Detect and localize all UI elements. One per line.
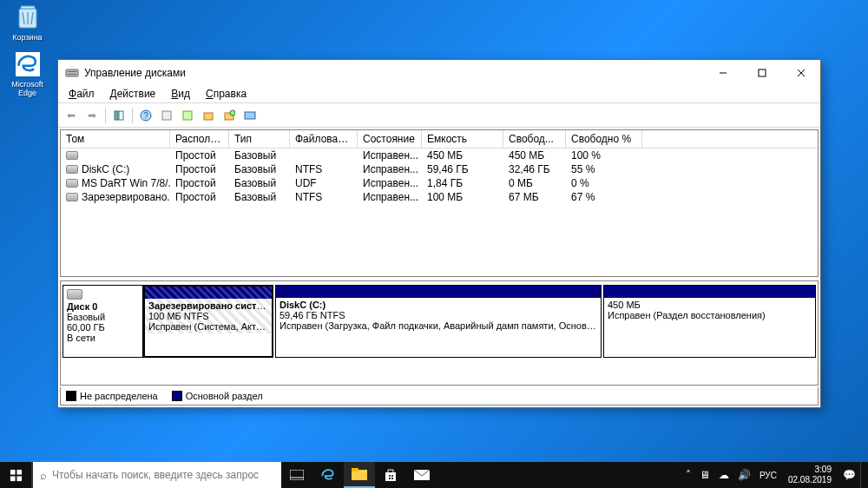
taskbar-search[interactable]: ⌕ Чтобы начать поиск, введите здесь запр…: [31, 462, 281, 488]
volume-row[interactable]: DiskC (C:)ПростойБазовыйNTFSИсправен...5…: [61, 162, 818, 176]
svg-rect-29: [389, 475, 391, 477]
action-center-icon[interactable]: 💬: [838, 469, 860, 481]
toolbar-btn-1[interactable]: [109, 106, 128, 125]
close-button[interactable]: [781, 60, 820, 86]
col-fs[interactable]: Файловая с...: [290, 130, 358, 148]
edge-shortcut[interactable]: MicrosoftEdge: [3, 50, 51, 97]
toolbar-btn-7[interactable]: [240, 106, 260, 125]
toolbar-btn-4[interactable]: [178, 106, 197, 125]
svg-point-18: [230, 110, 235, 115]
legend-primary-swatch: [172, 391, 182, 401]
search-placeholder: Чтобы начать поиск, введите здесь запрос: [52, 469, 259, 481]
svg-rect-21: [16, 469, 22, 474]
partition[interactable]: 450 МБИсправен (Раздел восстановления): [603, 285, 816, 358]
svg-rect-24: [290, 470, 304, 480]
col-capacity[interactable]: Емкость: [422, 130, 503, 148]
svg-text:?: ?: [143, 111, 148, 121]
tray-clock[interactable]: 3:09 02.08.2019: [781, 465, 838, 485]
svg-rect-27: [352, 468, 358, 472]
tray-chevron-icon[interactable]: ˄: [681, 469, 695, 481]
maximize-button[interactable]: [742, 60, 781, 86]
show-desktop-button[interactable]: [860, 462, 865, 488]
disk-icon: [67, 289, 82, 300]
svg-rect-22: [10, 476, 15, 481]
disk-0-label[interactable]: Диск 0 Базовый 60,00 ГБ В сети: [62, 285, 143, 358]
volume-row[interactable]: ПростойБазовыйИсправен...450 МБ450 МБ100…: [61, 148, 818, 162]
volume-icon: [66, 151, 78, 160]
volume-row[interactable]: Зарезервировано...ПростойБазовыйNTFSИспр…: [61, 190, 818, 204]
svg-rect-5: [68, 74, 76, 75]
taskbar-mail[interactable]: [406, 462, 437, 488]
recycle-bin[interactable]: Корзина: [3, 3, 51, 42]
svg-rect-3: [66, 69, 78, 76]
col-type[interactable]: Тип: [229, 130, 290, 148]
menubar: Файл Действие Вид Справка: [58, 86, 820, 103]
menu-file[interactable]: Файл: [63, 86, 100, 102]
col-status[interactable]: Состояние: [358, 130, 422, 148]
tray-volume-icon[interactable]: 🔊: [733, 469, 755, 481]
edge-label: MicrosoftEdge: [3, 80, 51, 97]
legend: Не распределена Основной раздел: [60, 387, 819, 406]
taskbar: ⌕ Чтобы начать поиск, введите здесь запр…: [0, 462, 868, 488]
svg-rect-31: [389, 478, 391, 479]
system-tray: ˄ 🖥 ☁ 🔊 РУС 3:09 02.08.2019 💬: [681, 462, 868, 488]
svg-rect-16: [204, 113, 213, 120]
col-volume[interactable]: Том: [61, 130, 170, 148]
svg-rect-11: [119, 111, 123, 120]
menu-help[interactable]: Справка: [201, 86, 252, 102]
partition[interactable]: Зарезервировано системой100 МБ NTFSИспра…: [143, 285, 273, 358]
back-button[interactable]: ⬅: [62, 106, 81, 125]
svg-rect-4: [68, 71, 76, 72]
legend-unallocated-swatch: [66, 391, 76, 401]
svg-rect-7: [759, 69, 766, 76]
menu-view[interactable]: Вид: [166, 86, 195, 102]
col-free[interactable]: Свобод...: [503, 130, 566, 148]
volume-row[interactable]: MS DaRT Win 7/8/...ПростойБазовыйUDFИспр…: [61, 176, 818, 190]
recycle-bin-label: Корзина: [3, 33, 51, 42]
col-freepct[interactable]: Свободно %: [566, 130, 642, 148]
toolbar: ⬅ ➡ ?: [58, 103, 820, 128]
help-button[interactable]: ?: [136, 106, 155, 125]
tray-network-icon[interactable]: 🖥: [695, 469, 714, 481]
disk-management-window: Управление дисками Файл Действие Вид Спр…: [57, 59, 821, 408]
tray-onedrive-icon[interactable]: ☁: [714, 469, 733, 481]
volume-header: Том Располо... Тип Файловая с... Состоян…: [61, 130, 818, 148]
svg-rect-30: [391, 475, 393, 477]
volume-list[interactable]: Том Располо... Тип Файловая с... Состоян…: [60, 129, 819, 277]
svg-rect-1: [21, 6, 35, 9]
svg-rect-14: [162, 111, 171, 120]
svg-rect-23: [16, 476, 22, 481]
taskbar-explorer[interactable]: [344, 462, 375, 488]
refresh-button[interactable]: [157, 106, 176, 125]
taskbar-store[interactable]: [375, 462, 406, 488]
menu-action[interactable]: Действие: [105, 86, 161, 102]
search-icon: ⌕: [40, 469, 47, 482]
app-icon: [65, 66, 79, 80]
titlebar[interactable]: Управление дисками: [58, 60, 820, 86]
window-title: Управление дисками: [84, 67, 703, 79]
svg-rect-15: [183, 111, 192, 120]
taskbar-edge[interactable]: [312, 462, 344, 488]
volume-icon: [66, 165, 78, 174]
svg-rect-10: [115, 111, 118, 120]
start-button[interactable]: [0, 462, 31, 488]
partition[interactable]: DiskC (C:)59,46 ГБ NTFSИсправен (Загрузк…: [275, 285, 602, 358]
minimize-button[interactable]: [703, 60, 742, 86]
forward-button[interactable]: ➡: [82, 106, 102, 125]
svg-rect-32: [391, 478, 393, 479]
toolbar-btn-5[interactable]: [199, 106, 218, 125]
toolbar-btn-6[interactable]: [220, 106, 239, 125]
disk-row: Диск 0 Базовый 60,00 ГБ В сети Зарезерви…: [62, 285, 816, 358]
volume-icon: [66, 193, 78, 201]
svg-rect-19: [245, 112, 255, 119]
svg-rect-20: [10, 469, 15, 474]
col-layout[interactable]: Располо...: [170, 130, 229, 148]
task-view-button[interactable]: [281, 462, 312, 488]
tray-lang[interactable]: РУС: [755, 471, 781, 480]
volume-icon: [66, 179, 78, 188]
disk-graphical-view: Диск 0 Базовый 60,00 ГБ В сети Зарезерви…: [60, 280, 819, 386]
